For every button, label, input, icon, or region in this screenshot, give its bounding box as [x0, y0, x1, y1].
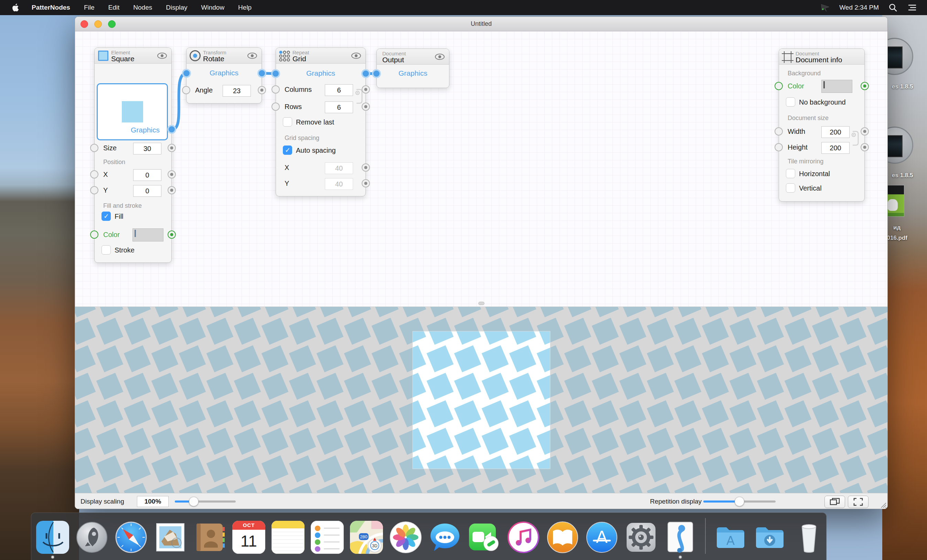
tile-view-button[interactable] [824, 496, 845, 508]
visibility-eye-icon[interactable] [247, 52, 257, 59]
position-y-input[interactable] [133, 185, 161, 197]
graphics-io-label[interactable]: Graphics [187, 69, 261, 77]
input-port[interactable] [90, 186, 99, 194]
output-port[interactable] [362, 103, 370, 111]
spacing-x-input[interactable] [325, 162, 353, 174]
vertical-checkbox[interactable] [786, 183, 795, 193]
display-scaling-value[interactable]: 100% [137, 496, 169, 507]
input-port[interactable] [775, 143, 783, 151]
dock-reminders-icon[interactable] [311, 521, 344, 554]
fullscreen-preview-button[interactable] [848, 496, 869, 508]
dock-system-preferences-icon[interactable] [625, 521, 658, 554]
desktop-disk-label-2[interactable]: es 1.8.5 [892, 172, 913, 179]
dock-photos-icon[interactable] [389, 521, 422, 554]
output-port[interactable] [362, 163, 370, 171]
pattern-preview-pane[interactable] [75, 307, 888, 493]
color-output-port[interactable] [860, 82, 869, 90]
dock-launchpad-icon[interactable] [75, 521, 108, 554]
position-x-input[interactable] [133, 169, 161, 181]
node-square[interactable]: Element Square Graphics Size Position [94, 47, 172, 263]
dock-mail-icon[interactable] [154, 521, 187, 554]
graphics-input-label[interactable]: Graphics [377, 69, 449, 77]
input-port[interactable] [775, 127, 783, 135]
node-square-header[interactable]: Element Square [95, 48, 171, 64]
dock-downloads-folder[interactable] [753, 521, 786, 554]
patternodes-menubar-icon[interactable] [820, 2, 830, 13]
title-bar[interactable]: Untitled [75, 17, 887, 31]
background-color-swatch[interactable] [821, 80, 853, 93]
node-output[interactable]: Document Output Graphics [377, 49, 450, 88]
node-rotate[interactable]: Transform Rotate Graphics Angle [186, 47, 262, 103]
fill-color-swatch[interactable] [132, 228, 163, 241]
dock-app-store-icon[interactable]: A [585, 521, 619, 554]
dock-notes-icon[interactable] [272, 521, 304, 554]
stroke-checkbox[interactable] [102, 245, 111, 255]
input-port[interactable] [272, 85, 280, 94]
input-port[interactable] [272, 103, 280, 111]
dock-trash-icon[interactable] [792, 521, 825, 554]
link-values-icon[interactable] [851, 129, 860, 147]
dock-contacts-icon[interactable] [193, 521, 226, 554]
window-resize-grip[interactable] [878, 500, 887, 508]
menu-help[interactable]: Help [238, 4, 252, 11]
menu-file[interactable]: File [84, 4, 95, 11]
menu-window[interactable]: Window [201, 4, 225, 11]
rows-input[interactable] [325, 102, 353, 113]
dock-patternodes-icon[interactable] [664, 521, 697, 554]
output-port[interactable] [258, 86, 266, 94]
menu-clock[interactable]: Wed 2:34 PM [839, 4, 879, 11]
dock-maps-icon[interactable]: 280 3D [350, 521, 383, 554]
desktop-pdf-label-line1[interactable]: ид [893, 224, 901, 231]
output-port[interactable] [167, 186, 176, 194]
menu-nodes[interactable]: Nodes [133, 4, 152, 11]
output-port[interactable] [860, 143, 869, 151]
menu-edit[interactable]: Edit [108, 4, 120, 11]
visibility-eye-icon[interactable] [435, 53, 445, 60]
menu-display[interactable]: Display [166, 4, 187, 11]
dock-applications-folder[interactable]: A [714, 521, 747, 554]
dock-ibooks-icon[interactable] [546, 521, 579, 554]
graphics-io-label[interactable]: Graphics [276, 69, 365, 77]
dock-facetime-icon[interactable] [468, 521, 501, 554]
node-output-header[interactable]: Document Output [377, 49, 449, 65]
slider-thumb[interactable] [735, 497, 744, 506]
no-background-checkbox[interactable] [786, 97, 795, 107]
color-input-port[interactable] [90, 231, 99, 239]
output-port[interactable] [362, 85, 370, 94]
output-port[interactable] [860, 127, 869, 135]
width-input[interactable] [821, 126, 849, 138]
repetition-display-slider[interactable] [703, 501, 776, 502]
visibility-eye-icon[interactable] [157, 52, 167, 59]
remove-last-checkbox[interactable] [283, 117, 292, 127]
node-grid[interactable]: Repeat Grid Graphics Columns Rows [276, 47, 366, 196]
output-port[interactable] [362, 179, 370, 187]
input-port[interactable] [182, 86, 190, 94]
visibility-eye-icon[interactable] [351, 52, 361, 59]
apple-menu-icon[interactable] [12, 3, 19, 12]
auto-spacing-checkbox[interactable] [283, 146, 292, 155]
desktop-disk-label-1[interactable]: es 1.8.5 [892, 83, 913, 90]
columns-input[interactable] [325, 84, 353, 96]
node-editor-canvas[interactable]: Element Square Graphics Size Position [75, 31, 888, 307]
size-input[interactable] [133, 143, 161, 155]
graphics-output-label[interactable]: Graphics [95, 126, 171, 134]
spotlight-search-icon[interactable] [889, 3, 897, 12]
menu-app-name[interactable]: PatterNodes [32, 4, 70, 11]
fill-checkbox[interactable] [102, 211, 111, 221]
dock-messages-icon[interactable] [429, 521, 462, 554]
angle-input[interactable] [223, 85, 251, 97]
dock-finder-icon[interactable] [36, 521, 69, 554]
input-port[interactable] [90, 170, 99, 179]
output-port[interactable] [167, 170, 176, 179]
input-port[interactable] [90, 144, 99, 152]
node-grid-header[interactable]: Repeat Grid [276, 48, 365, 64]
slider-thumb[interactable] [189, 497, 199, 506]
node-document-info-header[interactable]: Document Document info [779, 49, 865, 65]
editor-preview-splitter-handle[interactable] [478, 302, 485, 305]
display-scaling-slider[interactable] [175, 501, 236, 502]
height-input[interactable] [821, 142, 849, 154]
node-document-info[interactable]: Document Document info Background Color … [779, 49, 865, 202]
spacing-y-input[interactable] [325, 178, 353, 190]
notification-center-icon[interactable] [908, 3, 917, 12]
color-output-port[interactable] [167, 231, 176, 239]
